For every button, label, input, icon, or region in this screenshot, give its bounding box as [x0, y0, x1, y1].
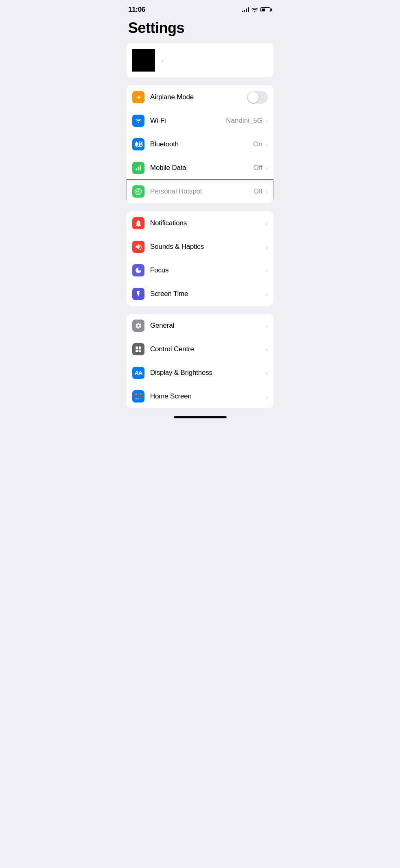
focus-chevron: ›: [266, 267, 268, 274]
notifications-chevron: ›: [266, 220, 268, 227]
wifi-label: Wi-Fi: [150, 117, 226, 125]
settings-row-notifications[interactable]: Notifications ›: [127, 211, 273, 235]
display-brightness-label: Display & Brightness: [150, 369, 265, 377]
wifi-chevron: ›: [266, 117, 268, 124]
notifications-group: Notifications › Sounds & Haptics › Focus…: [127, 211, 273, 306]
settings-row-personal-hotspot[interactable]: Personal Hotspot Off ›: [127, 180, 273, 203]
svg-rect-17: [140, 398, 142, 400]
control-centre-label: Control Centre: [150, 345, 265, 353]
settings-row-general[interactable]: General ›: [127, 314, 273, 337]
svg-rect-15: [136, 398, 137, 400]
general-group: General › Control Centre › AA Display & …: [127, 314, 273, 408]
svg-rect-10: [138, 394, 139, 395]
display-brightness-icon: AA: [132, 367, 144, 379]
svg-text:⬢: ⬢: [135, 141, 138, 146]
settings-row-bluetooth[interactable]: ⬢ B̸ Bluetooth On ›: [127, 133, 273, 156]
screen-time-icon: [132, 288, 144, 300]
svg-rect-6: [139, 346, 141, 349]
sounds-haptics-label: Sounds & Haptics: [150, 243, 265, 251]
svg-rect-12: [136, 396, 137, 397]
settings-row-home-screen[interactable]: Home Screen ›: [127, 385, 273, 408]
general-icon: [132, 320, 144, 332]
personal-hotspot-value: Off: [254, 187, 262, 196]
control-centre-chevron: ›: [266, 346, 268, 353]
bluetooth-value: On: [253, 140, 262, 148]
svg-rect-8: [139, 350, 141, 352]
airplane-mode-toggle[interactable]: [247, 91, 268, 104]
avatar: [132, 49, 155, 72]
wifi-value: Nandini_5G: [226, 117, 262, 125]
svg-rect-13: [138, 396, 139, 397]
profile-group: ›: [127, 43, 273, 77]
svg-rect-11: [140, 394, 142, 395]
focus-label: Focus: [150, 266, 265, 274]
notifications-icon: [132, 217, 144, 229]
settings-row-focus[interactable]: Focus ›: [127, 259, 273, 282]
settings-row-display-brightness[interactable]: AA Display & Brightness ›: [127, 361, 273, 385]
airplane-mode-label: Airplane Mode: [150, 93, 247, 101]
control-centre-icon: [132, 343, 144, 355]
signal-icon: [242, 7, 249, 12]
svg-rect-9: [136, 394, 137, 395]
settings-row-control-centre[interactable]: Control Centre ›: [127, 337, 273, 361]
svg-rect-2: [138, 167, 139, 170]
settings-row-sounds-haptics[interactable]: Sounds & Haptics ›: [127, 235, 273, 259]
settings-row-airplane-mode[interactable]: ✈ Airplane Mode: [127, 85, 273, 109]
airplane-mode-icon: ✈: [132, 91, 144, 103]
home-indicator: [174, 416, 227, 418]
svg-rect-5: [136, 346, 138, 349]
settings-row-mobile-data[interactable]: Mobile Data Off ›: [127, 156, 273, 180]
svg-rect-3: [140, 165, 141, 170]
home-screen-label: Home Screen: [150, 392, 265, 400]
page-title: Settings: [120, 16, 280, 43]
svg-point-4: [138, 191, 140, 193]
mobile-data-icon: [132, 162, 144, 174]
personal-hotspot-icon: [132, 185, 144, 198]
svg-rect-14: [140, 396, 142, 397]
profile-chevron: ›: [162, 57, 164, 64]
svg-rect-16: [138, 398, 139, 400]
personal-hotspot-chevron: ›: [266, 188, 268, 195]
settings-row-screen-time[interactable]: Screen Time ›: [127, 282, 273, 306]
screen-time-label: Screen Time: [150, 290, 265, 298]
mobile-data-label: Mobile Data: [150, 164, 254, 172]
sounds-haptics-chevron: ›: [266, 244, 268, 250]
status-bar: 11:06: [120, 0, 280, 16]
settings-row-wifi[interactable]: Wi-Fi Nandini_5G ›: [127, 109, 273, 133]
mobile-data-chevron: ›: [266, 165, 268, 172]
battery-icon: [260, 7, 272, 12]
status-icons: [242, 7, 272, 12]
sounds-haptics-icon: [132, 241, 144, 253]
wifi-icon: [132, 115, 144, 127]
notifications-label: Notifications: [150, 219, 265, 227]
bluetooth-icon: ⬢ B̸: [132, 138, 144, 150]
mobile-data-value: Off: [254, 164, 262, 172]
bluetooth-label: Bluetooth: [150, 140, 253, 148]
bluetooth-chevron: ›: [266, 141, 268, 148]
home-screen-icon: [132, 390, 144, 402]
general-label: General: [150, 322, 265, 330]
status-time: 11:06: [128, 6, 145, 14]
screen-time-chevron: ›: [266, 291, 268, 298]
display-brightness-chevron: ›: [266, 370, 268, 376]
svg-rect-1: [136, 168, 137, 170]
focus-icon: [132, 264, 144, 276]
home-screen-chevron: ›: [266, 393, 268, 400]
wifi-status-icon: [251, 7, 258, 12]
connectivity-group: ✈ Airplane Mode Wi-Fi Nandini_5G › ⬢ B̸: [127, 85, 273, 203]
svg-rect-7: [136, 350, 138, 352]
general-chevron: ›: [266, 322, 268, 329]
personal-hotspot-label: Personal Hotspot: [150, 187, 254, 196]
profile-row[interactable]: ›: [127, 43, 273, 77]
